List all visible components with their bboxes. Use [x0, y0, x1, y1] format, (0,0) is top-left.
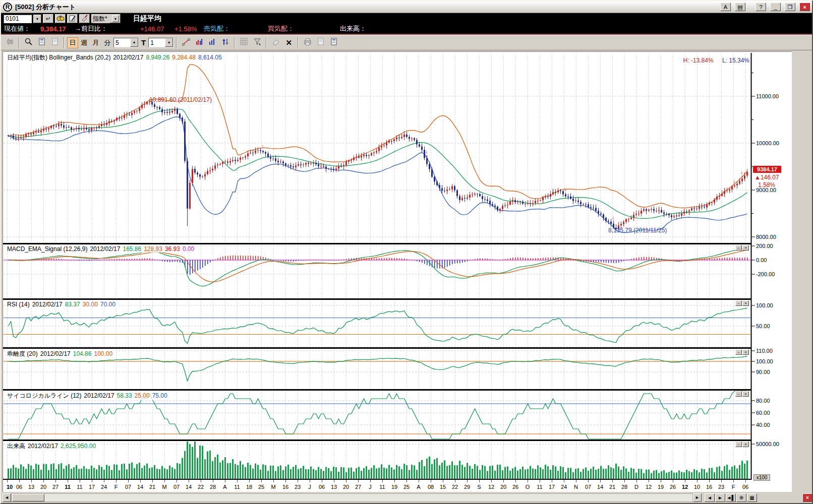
- page-left-button[interactable]: ◄: [705, 493, 715, 502]
- layout-icon: [317, 38, 324, 47]
- memo-button[interactable]: [67, 14, 78, 23]
- eraser-button[interactable]: [269, 36, 282, 49]
- symbol-code-input[interactable]: [4, 15, 32, 23]
- xaxis-label-9: F: [109, 484, 123, 490]
- delete-all-button[interactable]: ✕: [282, 36, 295, 49]
- ytick-macd-200: 200.00: [756, 242, 773, 249]
- chart-plot-svg[interactable]: ↓↓↓↓↓↓: [3, 52, 792, 492]
- main-panel-title: 日経平均(指数) Bollinger_Bands (20,2): [7, 54, 110, 61]
- xaxis-label-11: 14: [134, 484, 147, 490]
- zoom-in-button[interactable]: ⊕: [736, 493, 746, 502]
- panel-close-button[interactable]: ×: [742, 442, 749, 447]
- maximize-button[interactable]: ❐: [785, 3, 795, 11]
- minimize-button[interactable]: _: [770, 3, 781, 11]
- scrollbar-track[interactable]: [11, 493, 693, 502]
- count-select[interactable]: 1 ▼: [148, 38, 173, 47]
- svg-text:↓: ↓: [733, 177, 736, 183]
- copy-page-icon: [51, 38, 59, 47]
- xaxis-label-7: 17: [85, 484, 98, 490]
- macd-hist-value: 36.93: [165, 245, 180, 253]
- xaxis-label-61: 06: [739, 484, 752, 490]
- xaxis-label-15: 14: [182, 484, 195, 490]
- xaxis-label-48: 07: [582, 484, 595, 490]
- jump-start-button[interactable]: ◄▌: [726, 493, 736, 502]
- clear-button[interactable]: [79, 14, 90, 23]
- panel-close-button[interactable]: ×: [742, 391, 749, 397]
- xaxis-label-53: 12: [642, 484, 655, 490]
- macd-zero-value: 0.00: [183, 245, 194, 253]
- xaxis-label-54: 19: [654, 484, 667, 490]
- trendline-button[interactable]: [180, 36, 192, 49]
- xaxis-label-4: 27: [49, 484, 62, 490]
- pattern-button[interactable]: [251, 36, 263, 49]
- category-select[interactable]: 指数* ▼: [91, 14, 121, 23]
- interval-dropdown-arrow[interactable]: ▼: [130, 38, 138, 47]
- scroll-left-button[interactable]: ◄: [3, 493, 11, 502]
- close-button[interactable]: ×: [799, 3, 810, 11]
- interval-value: 5: [114, 39, 130, 46]
- chart-style-button[interactable]: [4, 36, 16, 49]
- delete-all-icon: ✕: [285, 38, 292, 47]
- period-minute-button[interactable]: 分: [102, 37, 113, 48]
- panel-minimize-button[interactable]: –: [735, 349, 742, 355]
- help-button[interactable]: ?: [756, 3, 766, 11]
- svg-text:↓: ↓: [564, 186, 567, 192]
- count-dropdown-arrow[interactable]: ▼: [165, 38, 173, 47]
- high-low-labels: H: -13.84% L: 15.34%: [583, 57, 749, 64]
- psych-lower-level: 25.00: [135, 392, 150, 399]
- period-day-button[interactable]: 日: [67, 37, 78, 48]
- period-month-button[interactable]: 月: [90, 37, 101, 48]
- macd-value: 165.86: [123, 245, 141, 253]
- panel-minimize-button[interactable]: –: [735, 300, 742, 306]
- xaxis-label-31: 11: [376, 484, 389, 490]
- chart-area[interactable]: ↓↓↓↓↓↓ 日経平均(指数) Bollinger_Bands (20,2)20…: [3, 51, 792, 492]
- bar-chart-button[interactable]: [206, 36, 218, 49]
- panel-minimize-button[interactable]: –: [735, 245, 742, 250]
- sort-arrows-button[interactable]: [219, 36, 231, 49]
- panel-minimize-button[interactable]: –: [735, 442, 742, 447]
- font-size-button[interactable]: A: [720, 3, 731, 11]
- new-page-icon: [38, 38, 45, 47]
- zoom-button[interactable]: [22, 36, 35, 49]
- xaxis-label-32: 19: [388, 484, 401, 490]
- low-annotation: 8,135.79 (2011/11/25): [608, 227, 667, 234]
- xaxis-label-57: 10: [690, 484, 704, 490]
- xaxis-label-47: N: [569, 484, 583, 490]
- new-page-button[interactable]: [35, 36, 48, 49]
- panel-close-button[interactable]: ×: [742, 300, 749, 306]
- enter-button[interactable]: ↵: [43, 14, 53, 23]
- volume-value: 2,625,950.00: [61, 443, 96, 450]
- xaxis-label-28: 20: [339, 484, 353, 490]
- ytick-vol-50000: 50000.00: [756, 440, 779, 448]
- grid-toggle-button[interactable]: ▦: [747, 493, 757, 502]
- scroll-right-button[interactable]: ►: [693, 493, 702, 502]
- interval-select[interactable]: 5 ▼: [113, 38, 139, 47]
- layout2-button[interactable]: [327, 36, 340, 49]
- period-week-button[interactable]: 週: [79, 37, 90, 48]
- symbol-dropdown-arrow[interactable]: ▼: [33, 15, 41, 23]
- chart-close-button[interactable]: ×: [802, 493, 812, 502]
- grid-button[interactable]: [238, 36, 250, 49]
- candlestick-icon: [6, 38, 14, 47]
- panel-close-button[interactable]: ×: [742, 245, 749, 250]
- panel-close-button[interactable]: ×: [742, 349, 749, 355]
- xaxis-label-59: 23: [715, 484, 728, 490]
- panel-minimize-button[interactable]: –: [735, 391, 742, 397]
- ytick-macd-0: 0.00: [756, 257, 767, 264]
- pages-button[interactable]: ▤: [735, 3, 745, 11]
- current-price-label: 現在値：: [4, 24, 40, 33]
- xaxis-label-58: 16: [703, 484, 716, 490]
- copy-page-button[interactable]: [48, 36, 61, 49]
- xaxis-label-41: 20: [497, 484, 510, 490]
- ytick-rsi-100: 100.00: [756, 302, 773, 309]
- prev-diff-value: +146.07: [140, 25, 171, 33]
- ytick-psych-60: 60.00: [756, 409, 770, 416]
- compare-chart-button[interactable]: [193, 36, 205, 49]
- print-button[interactable]: [301, 36, 314, 49]
- scrollbar-thumb[interactable]: [12, 494, 44, 501]
- instrument-name: 日経平均: [133, 14, 161, 23]
- current-price-tag: 9384.17: [753, 166, 781, 173]
- layout-button[interactable]: [314, 36, 327, 49]
- page-right-button[interactable]: ►: [715, 493, 725, 502]
- search-button[interactable]: [55, 14, 66, 23]
